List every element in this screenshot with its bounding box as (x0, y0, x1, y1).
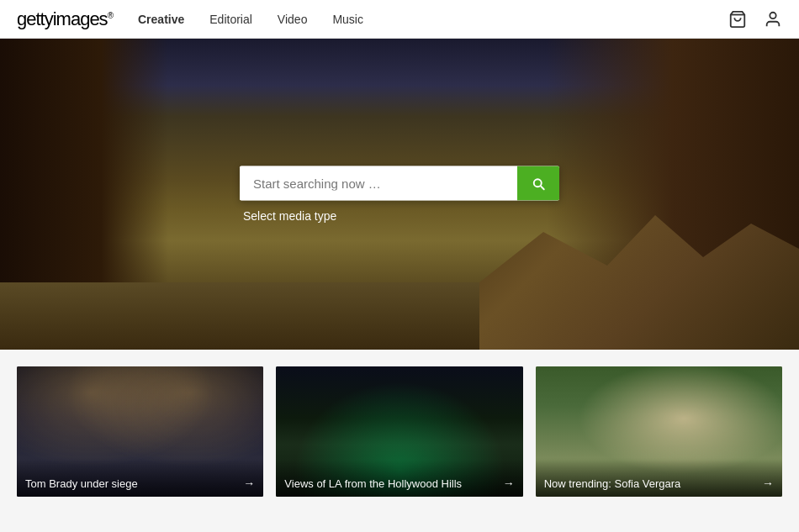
nav-creative[interactable]: Creative (138, 13, 184, 26)
svg-point-1 (770, 12, 775, 18)
main-nav: Creative Editorial Video Music (138, 13, 728, 26)
thumb1-label: Tom Brady under siege (25, 477, 138, 490)
thumb1-arrow: → (243, 477, 255, 490)
logo[interactable]: gettyimages® (17, 8, 113, 30)
thumb3-label: Now trending: Sofia Vergara (544, 477, 681, 490)
logo-registered: ® (108, 10, 113, 19)
search-box (240, 166, 559, 201)
thumb3-arrow: → (762, 477, 774, 490)
nav-editorial[interactable]: Editorial (209, 13, 252, 26)
thumbnail-1[interactable]: Tom Brady under siege → (17, 366, 263, 497)
thumb2-caption: Views of LA from the Hollywood Hills → (276, 460, 522, 497)
thumb2-label: Views of LA from the Hollywood Hills (284, 477, 462, 490)
thumbnail-section: Tom Brady under siege → Views of LA from… (0, 350, 799, 514)
search-button[interactable] (517, 166, 559, 201)
hero-ground (0, 282, 559, 350)
user-icon[interactable] (764, 10, 782, 29)
nav-music[interactable]: Music (332, 13, 363, 26)
search-overlay: Select media type (240, 166, 559, 223)
media-type-selector[interactable]: Select media type (240, 209, 559, 223)
thumbnail-3[interactable]: Now trending: Sofia Vergara → (536, 366, 782, 497)
search-icon (531, 176, 546, 191)
header-actions (728, 10, 782, 29)
logo-text: gettyimages (17, 8, 108, 29)
hero-section: Select media type (0, 39, 799, 350)
thumb2-arrow: → (503, 477, 515, 490)
header: gettyimages® Creative Editorial Video Mu… (0, 0, 799, 39)
thumbnail-2[interactable]: Views of LA from the Hollywood Hills → (276, 366, 522, 497)
thumb3-caption: Now trending: Sofia Vergara → (536, 460, 782, 497)
thumb1-caption: Tom Brady under siege → (17, 460, 263, 497)
cart-icon[interactable] (728, 10, 747, 29)
search-input[interactable] (240, 166, 517, 201)
nav-video[interactable]: Video (278, 13, 308, 26)
